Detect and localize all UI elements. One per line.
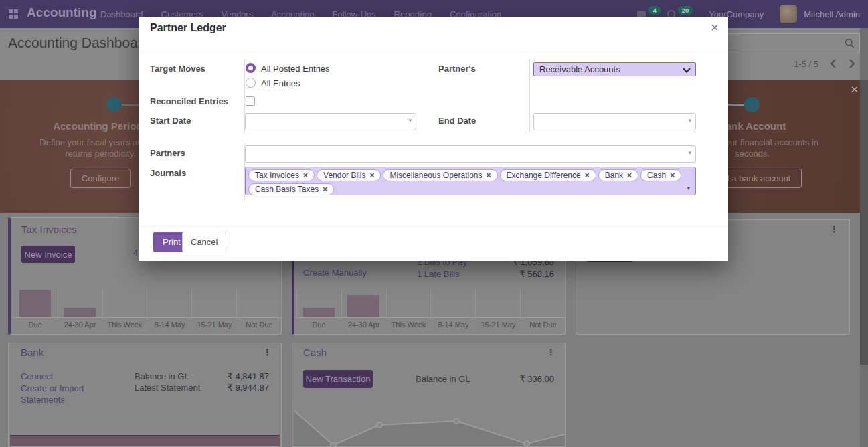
radio-label[interactable]: All Entries bbox=[261, 78, 300, 88]
journal-tag: Miscellaneous Operations× bbox=[383, 169, 497, 181]
pager-next-button[interactable] bbox=[845, 58, 857, 70]
radio-all-posted-entries[interactable] bbox=[246, 63, 256, 73]
partners-field: ▾ bbox=[245, 145, 696, 163]
messages-badge[interactable]: 4 bbox=[648, 6, 660, 15]
footer-divider bbox=[139, 228, 728, 228]
partner-s-select[interactable]: Receivable Accounts bbox=[533, 62, 696, 76]
end-date-label: End Date bbox=[438, 116, 476, 126]
reconciled-entries-checkbox[interactable] bbox=[246, 96, 255, 106]
journal-tag: Bank× bbox=[598, 169, 638, 181]
card-title[interactable]: Bank bbox=[21, 347, 44, 358]
chevron-right-icon bbox=[845, 58, 857, 70]
activities-badge[interactable]: 20 bbox=[678, 6, 693, 15]
journal-tag: Cash× bbox=[640, 169, 681, 181]
axis-label: Not Due bbox=[521, 321, 566, 329]
start-date-field: ▾ bbox=[245, 113, 416, 130]
tag-label: Cash Basis Taxes bbox=[255, 185, 319, 194]
apps-grid-icon[interactable] bbox=[9, 9, 18, 19]
radio-label[interactable]: All Posted Entries bbox=[261, 64, 330, 74]
axis-label: 24-30 Apr bbox=[341, 321, 386, 329]
journal-tag: Cash Basis Taxes× bbox=[248, 183, 334, 195]
balance-gl-value: ₹ 4,841.87 bbox=[228, 371, 270, 381]
menu-dashboard[interactable]: Dashboard bbox=[100, 9, 143, 19]
user-menu[interactable]: Mitchell Admin bbox=[804, 9, 860, 19]
banner-close-icon[interactable]: ✕ bbox=[850, 84, 859, 96]
axis-label: 15-21 May bbox=[476, 321, 521, 329]
tax-invoices-bar-chart bbox=[13, 288, 282, 318]
card-title[interactable]: Tax Invoices bbox=[21, 224, 77, 235]
dialog-header: Partner Ledger × bbox=[139, 17, 728, 50]
tag-remove-icon[interactable]: × bbox=[323, 185, 327, 194]
field-separator bbox=[529, 59, 530, 132]
tag-label: Miscellaneous Operations bbox=[389, 171, 482, 180]
bank-sparkline-fill bbox=[10, 436, 280, 447]
onboarding-desc-line2: returns periodicity. bbox=[65, 149, 135, 159]
configure-button[interactable]: Configure bbox=[70, 169, 131, 188]
close-icon[interactable]: × bbox=[711, 19, 719, 35]
tag-label: Cash bbox=[647, 171, 666, 180]
step-circle-accounting-periods[interactable] bbox=[106, 97, 122, 112]
tag-label: Exchange Difference bbox=[507, 171, 581, 180]
caret-down-icon[interactable]: ▾ bbox=[687, 185, 690, 191]
tag-label: Bank bbox=[605, 171, 623, 180]
radio-all-entries[interactable] bbox=[246, 78, 256, 88]
reconciled-entries-label: Reconciled Entries bbox=[150, 96, 228, 106]
partner-ledger-dialog: Partner Ledger × Target Moves Reconciled… bbox=[139, 17, 728, 261]
partner-s-label: Partner's bbox=[438, 64, 476, 74]
search-icon bbox=[845, 38, 855, 48]
kebab-menu-icon[interactable]: ⋮ bbox=[263, 347, 272, 357]
axis-label: 8-14 May bbox=[147, 321, 192, 329]
journal-tag: Tax Invoices× bbox=[248, 169, 315, 181]
late-bills-amount: ₹ 568.16 bbox=[519, 269, 554, 279]
partners-input[interactable] bbox=[245, 145, 696, 163]
end-date-field: ▾ bbox=[533, 113, 696, 130]
tag-remove-icon[interactable]: × bbox=[585, 171, 590, 180]
end-date-input[interactable] bbox=[533, 113, 696, 130]
kebab-menu-icon[interactable]: ⋮ bbox=[830, 224, 839, 234]
journals-field[interactable]: Tax Invoices× Vendor Bills× Miscellaneou… bbox=[245, 167, 696, 195]
pager-range: 1-5 / 5 bbox=[794, 59, 818, 69]
step-circle-bank-account[interactable] bbox=[744, 97, 760, 112]
tag-remove-icon[interactable]: × bbox=[670, 171, 675, 180]
latest-statement-value: ₹ 9,944.87 bbox=[228, 383, 270, 393]
caret-down-icon[interactable]: ▾ bbox=[688, 149, 691, 156]
start-date-input[interactable] bbox=[245, 113, 416, 130]
chart-axis-labels: Due 24-30 Apr This Week 8-14 May 15-21 M… bbox=[296, 321, 566, 329]
chart-axis-labels: Due 24-30 Apr This Week 8-14 May 15-21 M… bbox=[13, 321, 282, 329]
late-bills-link[interactable]: 1 Late Bills bbox=[417, 269, 460, 279]
tag-label: Tax Invoices bbox=[255, 171, 299, 180]
pager-prev-button[interactable] bbox=[828, 58, 840, 70]
new-invoice-button[interactable]: New Invoice bbox=[21, 246, 75, 263]
tag-remove-icon[interactable]: × bbox=[303, 171, 308, 180]
axis-label: This Week bbox=[386, 321, 431, 329]
tag-remove-icon[interactable]: × bbox=[369, 171, 374, 180]
axis-label: 15-21 May bbox=[192, 321, 237, 329]
axis-label: This Week bbox=[102, 321, 147, 329]
create-or-import-link[interactable]: Create or Import Statements bbox=[21, 383, 111, 406]
journal-tag: Vendor Bills× bbox=[317, 169, 381, 181]
tag-remove-icon[interactable]: × bbox=[487, 171, 491, 180]
caret-down-icon[interactable]: ▾ bbox=[408, 117, 412, 124]
scrollbar-thumb[interactable] bbox=[860, 80, 868, 365]
page-title: Accounting Dashboard bbox=[8, 35, 150, 51]
app-brand: Accounting bbox=[27, 5, 97, 20]
create-manually-link[interactable]: Create Manually bbox=[303, 268, 367, 278]
axis-label: Due bbox=[13, 321, 58, 329]
partner-s-selected-value: Receivable Accounts bbox=[539, 64, 620, 74]
tag-remove-icon[interactable]: × bbox=[627, 171, 632, 180]
latest-statement-label: Latest Statement bbox=[135, 383, 200, 393]
onboarding-desc-line2: seconds. bbox=[735, 149, 770, 159]
caret-down-icon[interactable]: ▾ bbox=[688, 117, 691, 124]
card-bank[interactable]: Bank ⋮ Connect Create or Import Statemen… bbox=[8, 343, 282, 447]
target-moves-label: Target Moves bbox=[150, 64, 205, 74]
connect-link[interactable]: Connect bbox=[21, 371, 53, 381]
chevron-left-icon bbox=[828, 58, 840, 70]
cancel-button[interactable]: Cancel bbox=[182, 232, 226, 252]
journal-tag: Exchange Difference× bbox=[500, 169, 596, 181]
balance-gl-label: Balance in GL bbox=[135, 371, 189, 381]
chevron-down-icon bbox=[683, 68, 691, 73]
avatar[interactable] bbox=[780, 5, 797, 23]
card-cash[interactable]: Cash ⋮ New Transaction Balance in GL ₹ 3… bbox=[292, 343, 566, 447]
invoices-count-partial[interactable]: 4 bbox=[133, 248, 138, 258]
journals-label: Journals bbox=[150, 168, 186, 178]
